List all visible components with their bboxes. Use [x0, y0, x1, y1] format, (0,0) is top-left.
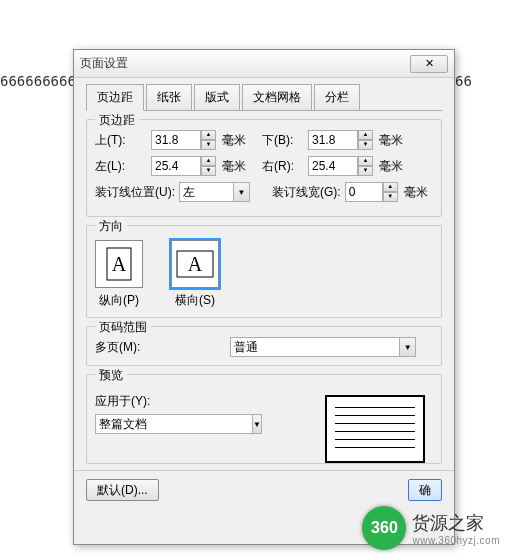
chevron-down-icon[interactable]: ▼ [253, 414, 262, 434]
ok-button[interactable]: 确 [408, 479, 442, 501]
spin-down-icon[interactable]: ▼ [358, 166, 373, 176]
watermark-main: 货源之家 [412, 511, 500, 535]
portrait-page-icon: A [106, 247, 132, 281]
label-portrait: 纵向(P) [99, 292, 139, 309]
spin-down-icon[interactable]: ▼ [201, 140, 216, 150]
combo-multipage: ▼ [230, 337, 416, 357]
tab-margins[interactable]: 页边距 [86, 84, 144, 111]
dialog-title: 页面设置 [80, 55, 410, 72]
svg-text:A: A [188, 253, 203, 275]
spinner-top: ▲▼ [151, 130, 216, 150]
input-left[interactable] [151, 156, 201, 176]
tabstrip: 页边距 纸张 版式 文档网格 分栏 [86, 84, 442, 111]
label-gutter-width: 装订线宽(G): [272, 184, 341, 201]
combo-gutter-pos: ▼ [179, 182, 250, 202]
landscape-page-icon: A [176, 250, 214, 278]
spin-up-icon[interactable]: ▲ [358, 156, 373, 166]
group-range: 页码范围 多页(M): ▼ [86, 326, 442, 366]
unit-mm: 毫米 [222, 132, 246, 149]
tab-paper[interactable]: 纸张 [146, 84, 192, 110]
group-preview: 预览 应用于(Y): ▼ [86, 374, 442, 464]
background-text-right: 66 [455, 73, 472, 89]
spin-up-icon[interactable]: ▲ [201, 156, 216, 166]
default-button[interactable]: 默认(D)... [86, 479, 159, 501]
label-right: 右(R): [262, 158, 304, 175]
input-gutter-width[interactable] [345, 182, 383, 202]
label-bottom: 下(B): [262, 132, 304, 149]
group-margins-title: 页边距 [95, 112, 139, 129]
label-left: 左(L): [95, 158, 147, 175]
group-range-title: 页码范围 [95, 319, 151, 336]
tab-layout[interactable]: 版式 [194, 84, 240, 110]
tab-grid[interactable]: 文档网格 [242, 84, 312, 110]
watermark: 360 货源之家 www.360hyzj.com [362, 506, 500, 550]
combo-apply-to: ▼ [95, 414, 235, 434]
spinner-gutter-width: ▲▼ [345, 182, 398, 202]
orientation-landscape[interactable]: A [171, 240, 219, 288]
label-top: 上(T): [95, 132, 147, 149]
watermark-sub: www.360hyzj.com [412, 535, 500, 546]
input-top[interactable] [151, 130, 201, 150]
unit-mm: 毫米 [404, 184, 428, 201]
input-right[interactable] [308, 156, 358, 176]
spinner-right: ▲▼ [308, 156, 373, 176]
orientation-portrait[interactable]: A [95, 240, 143, 288]
svg-text:A: A [112, 253, 127, 275]
tab-columns[interactable]: 分栏 [314, 84, 360, 110]
page-setup-dialog: 页面设置 ✕ 页边距 纸张 版式 文档网格 分栏 页边距 上(T): ▲▼ 毫米… [73, 49, 455, 545]
spin-down-icon[interactable]: ▼ [201, 166, 216, 176]
label-landscape: 横向(S) [175, 292, 215, 309]
group-margins: 页边距 上(T): ▲▼ 毫米 下(B): ▲▼ 毫米 左(L): [86, 119, 442, 217]
unit-mm: 毫米 [379, 132, 403, 149]
label-gutter-pos: 装订线位置(U): [95, 184, 175, 201]
group-orientation-title: 方向 [95, 218, 127, 235]
input-apply-to[interactable] [95, 414, 253, 434]
close-button[interactable]: ✕ [410, 55, 448, 73]
group-orientation: 方向 A 纵向(P) A 横向(S) [86, 225, 442, 318]
spinner-left: ▲▼ [151, 156, 216, 176]
input-bottom[interactable] [308, 130, 358, 150]
titlebar: 页面设置 ✕ [74, 50, 454, 78]
dialog-footer: 默认(D)... 确 [74, 470, 454, 509]
preview-thumbnail [325, 395, 425, 463]
watermark-badge: 360 [362, 506, 406, 550]
input-gutter-pos[interactable] [179, 182, 234, 202]
chevron-down-icon[interactable]: ▼ [234, 182, 250, 202]
unit-mm: 毫米 [222, 158, 246, 175]
unit-mm: 毫米 [379, 158, 403, 175]
spin-up-icon[interactable]: ▲ [201, 130, 216, 140]
chevron-down-icon[interactable]: ▼ [400, 337, 416, 357]
label-multipage: 多页(M): [95, 339, 140, 356]
spin-up-icon[interactable]: ▲ [383, 182, 398, 192]
spinner-bottom: ▲▼ [308, 130, 373, 150]
group-preview-title: 预览 [95, 367, 127, 384]
spin-down-icon[interactable]: ▼ [383, 192, 398, 202]
close-icon: ✕ [425, 57, 434, 70]
spin-down-icon[interactable]: ▼ [358, 140, 373, 150]
input-multipage[interactable] [230, 337, 400, 357]
spin-up-icon[interactable]: ▲ [358, 130, 373, 140]
